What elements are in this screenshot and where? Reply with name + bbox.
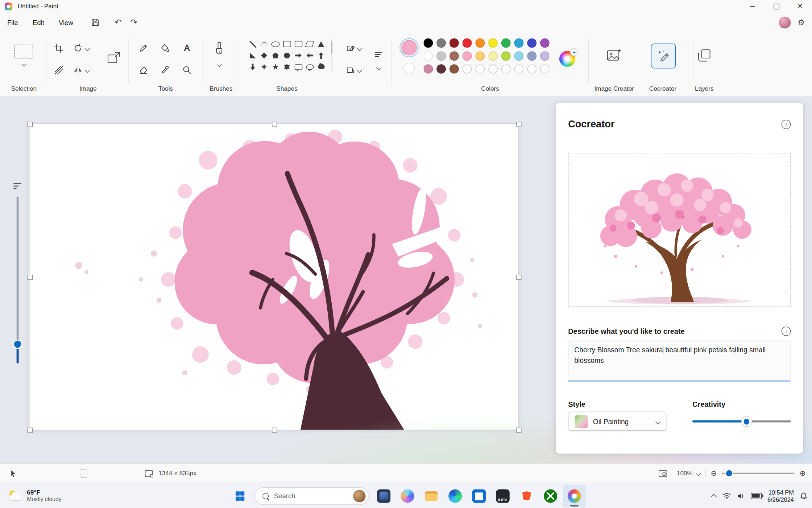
cocreator-button[interactable] [651,44,676,69]
fit-to-screen-button[interactable] [656,467,670,480]
resize-skew-button[interactable] [50,61,67,79]
undo-button[interactable]: ↶ [111,16,126,29]
color-swatch[interactable] [424,64,433,73]
empty-color-swatch[interactable] [488,64,498,73]
color-swatch[interactable] [475,38,485,48]
creativity-slider[interactable] [692,411,791,431]
arrow-left-shape[interactable] [304,50,315,61]
arrow-up-shape[interactable] [315,50,327,61]
color-swatch[interactable] [540,38,550,48]
color-swatch[interactable] [436,38,446,48]
diamond-shape[interactable] [258,50,270,61]
crop-button[interactable] [50,40,67,57]
empty-color-swatch[interactable] [475,64,485,73]
creativity-thumb[interactable] [742,417,751,426]
shape-outline-dropdown[interactable] [341,40,366,57]
info-icon[interactable]: i [782,327,791,336]
resize-handle[interactable] [28,275,33,280]
hidden-icons-chevron[interactable] [711,493,717,499]
generated-image-preview[interactable] [568,153,791,307]
shape-size-button[interactable] [371,46,386,64]
color-swatch[interactable] [463,51,472,61]
empty-color-swatch[interactable] [527,64,536,73]
color-swatch[interactable] [463,38,472,48]
resize-handle[interactable] [28,122,33,127]
empty-color-swatch[interactable] [501,64,511,73]
tool-size-slider[interactable] [11,183,25,363]
rotate-dropdown[interactable] [69,40,93,57]
eraser-tool[interactable] [134,61,152,79]
taskbar-copilot[interactable] [396,484,419,507]
style-dropdown[interactable]: Oil Painting [568,411,666,431]
taskbar-xbox[interactable] [539,484,562,507]
arrow-down-shape[interactable] [247,61,258,73]
star-five-shape[interactable] [270,61,281,73]
color-swatch[interactable] [436,51,446,61]
taskbar-task-view[interactable] [372,484,395,507]
shape-fill-dropdown[interactable] [341,61,366,79]
zoom-in-button[interactable]: ⊕ [800,469,806,478]
color-swatch[interactable] [540,51,550,61]
taskbar-beta-app[interactable]: BETA [492,484,514,507]
color-swatch[interactable] [527,38,536,48]
text-tool[interactable]: A [178,40,196,57]
empty-color-swatch[interactable] [514,64,524,73]
tool-size-track[interactable] [17,196,19,363]
polygon-shape[interactable] [304,38,315,50]
shape-size-dropdown[interactable] [371,62,386,73]
notification-bell-icon[interactable] [800,492,808,500]
zoom-out-button[interactable]: ⊖ [711,469,717,478]
image-creator-button[interactable] [604,46,624,65]
taskbar-search[interactable]: Search [255,487,369,505]
flip-dropdown[interactable] [69,61,93,79]
empty-color-swatch[interactable] [540,64,550,73]
resize-handle[interactable] [516,275,521,280]
zoom-level-dropdown[interactable]: 100% [677,470,700,477]
wifi-icon[interactable] [722,492,731,500]
drawing-canvas[interactable] [29,124,518,430]
thought-cloud-shape[interactable] [315,61,327,73]
color-swatch[interactable] [514,51,524,61]
prompt-textarea[interactable]: Cherry Blossom Tree sakura beautiful pin… [568,340,791,381]
shape-scrollbar[interactable] [331,40,332,72]
weather-widget[interactable]: 69°F Mostly cloudy [5,483,65,508]
volume-icon[interactable] [737,492,745,499]
rounded-rectangle-shape[interactable] [293,38,304,50]
pentagon-shape[interactable] [270,50,281,61]
speech-rounded-shape[interactable] [293,61,304,73]
taskbar-paint-active[interactable] [563,484,586,507]
zoom-slider[interactable] [722,473,795,474]
right-triangle-shape[interactable] [247,50,258,61]
settings-gear-icon[interactable]: ⚙ [798,18,805,27]
menu-file[interactable]: File [0,15,25,29]
line-shape[interactable] [247,38,258,50]
battery-icon[interactable] [751,493,762,499]
color-swatch[interactable] [450,51,459,61]
rectangle-shape[interactable] [281,38,293,50]
taskbar-edge[interactable] [444,484,467,507]
info-icon[interactable]: i [782,120,791,129]
taskbar-clock[interactable]: 10:54 PM 6/26/2024 [767,488,794,503]
user-avatar[interactable] [779,16,791,28]
arrow-right-shape[interactable] [293,50,304,61]
color-swatch[interactable] [501,51,511,61]
taskbar-brave[interactable] [515,484,538,507]
color-swatch[interactable] [514,38,524,48]
color-swatch[interactable] [424,38,433,48]
menu-edit[interactable]: Edit [25,15,51,29]
color-swatch[interactable] [501,38,511,48]
taskbar-file-explorer[interactable] [420,484,443,507]
selection-tool-button[interactable] [14,45,33,66]
redo-button[interactable]: ↷ [126,16,142,29]
oval-shape[interactable] [270,38,281,50]
hexagon-shape[interactable] [281,50,293,61]
color-swatch[interactable] [424,51,433,61]
color1-swatch[interactable] [401,40,417,56]
menu-view[interactable]: View [51,15,80,29]
maximize-button[interactable] [765,0,788,12]
close-button[interactable]: × [788,0,812,12]
start-button[interactable] [228,484,251,507]
minimize-button[interactable] [741,0,765,12]
zoom-slider-thumb[interactable] [726,470,732,476]
color-swatch[interactable] [475,51,485,61]
